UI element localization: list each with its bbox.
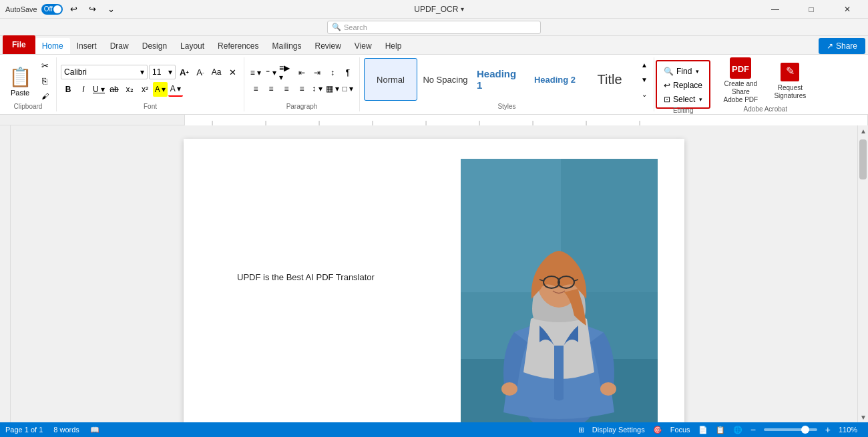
select-dropdown[interactable]: ▾ <box>699 96 702 103</box>
align-left-button[interactable]: ≡ <box>248 81 263 96</box>
search-box[interactable]: 🔍 Search <box>327 21 541 34</box>
font-grow-button[interactable]: A+ <box>177 65 192 79</box>
style-no-spacing-text: No Spacing <box>423 75 467 84</box>
find-dropdown[interactable]: ▾ <box>696 68 699 75</box>
change-case-button[interactable]: Aa <box>209 65 224 79</box>
increase-indent-button[interactable]: ⇥ <box>310 65 324 80</box>
multilevel-button[interactable]: ≡▶ ▾ <box>279 65 294 80</box>
line-spacing-button[interactable]: ↕ ▾ <box>310 81 324 96</box>
font-format-row: B I U ▾ ab x₂ x² A ▾ A ▾ <box>61 82 183 97</box>
numbering-button[interactable]: ⁼ ▾ <box>264 65 278 80</box>
minimize-button[interactable]: — <box>760 0 791 19</box>
print-layout-icon[interactable]: 📋 <box>716 426 725 434</box>
subscript-button[interactable]: x₂ <box>122 82 137 97</box>
share-label: Share <box>836 41 857 51</box>
create-share-label: Create and ShareAdobe PDF <box>721 80 760 104</box>
align-right-button[interactable]: ≡ <box>279 81 294 96</box>
request-signatures-label: RequestSignatures <box>774 84 806 100</box>
style-no-spacing[interactable]: No Spacing <box>419 58 472 101</box>
maximize-button[interactable]: □ <box>796 0 827 19</box>
tab-help[interactable]: Help <box>379 38 409 54</box>
quick-access-more[interactable]: ⌄ <box>104 2 119 17</box>
read-mode-icon[interactable]: 📄 <box>698 426 708 434</box>
font-shrink-button[interactable]: A- <box>193 65 208 79</box>
tab-file[interactable]: File <box>3 35 35 54</box>
focus-label[interactable]: Focus <box>670 426 690 434</box>
scroll-thumb[interactable] <box>859 139 867 179</box>
tab-insert[interactable]: Insert <box>70 38 103 54</box>
find-button[interactable]: 🔍 Find ▾ <box>661 65 705 77</box>
underline-button[interactable]: U ▾ <box>91 82 106 97</box>
justify-button[interactable]: ≡ <box>294 81 309 96</box>
style-title-text: Title <box>597 72 622 87</box>
display-settings-label[interactable]: Display Settings <box>592 426 645 434</box>
bullets-button[interactable]: ≡ ▾ <box>248 65 263 80</box>
undo-button[interactable]: ↩ <box>67 2 81 17</box>
editing-buttons: 🔍 Find ▾ ↩ Replace ⊡ Select ▾ <box>658 63 708 105</box>
select-button[interactable]: ⊡ Select ▾ <box>661 93 705 105</box>
highlight-button[interactable]: A ▾ <box>153 82 168 97</box>
scroll-up-arrow[interactable]: ▲ <box>858 125 868 136</box>
font-size-selector[interactable]: 11 ▾ <box>149 65 176 79</box>
zoom-slider[interactable] <box>764 428 817 431</box>
autosave-toggle[interactable]: Off <box>41 4 63 15</box>
font-color-button[interactable]: A ▾ <box>168 82 183 97</box>
search-bar: 🔍 Search <box>0 19 868 36</box>
style-no-spacing-preview: No Spacing <box>422 66 469 93</box>
bold-button[interactable]: B <box>61 82 75 97</box>
scroll-track[interactable] <box>858 136 868 412</box>
format-painter-button[interactable]: 🖌 <box>37 89 52 103</box>
tab-home[interactable]: Home <box>35 38 70 54</box>
superscript-button[interactable]: x² <box>138 82 152 97</box>
read-icon[interactable]: 📖 <box>90 426 99 434</box>
tab-references[interactable]: References <box>211 38 265 54</box>
request-signatures-button[interactable]: ✎ RequestSignatures <box>767 59 813 103</box>
style-title[interactable]: Title <box>583 58 636 101</box>
cut-button[interactable]: ✂ <box>37 58 52 73</box>
create-share-pdf-button[interactable]: PDF Create and ShareAdobe PDF <box>717 55 764 107</box>
list-buttons-row: ≡ ▾ ⁼ ▾ ≡▶ ▾ ⇤ ⇥ ↕ ¶ <box>248 65 355 80</box>
redo-button[interactable]: ↪ <box>85 2 100 17</box>
center-button[interactable]: ≡ <box>264 81 278 96</box>
web-layout-icon[interactable]: 🌐 <box>733 426 742 434</box>
clear-formatting-button[interactable]: ✕ <box>225 65 240 79</box>
doc-title-text: UPDF_OCR <box>414 5 458 14</box>
doc-title-dropdown[interactable]: ▾ <box>461 5 464 13</box>
paste-button[interactable]: 📋 Paste <box>4 63 36 98</box>
strikethrough-button[interactable]: ab <box>107 82 122 97</box>
tab-draw[interactable]: Draw <box>103 38 136 54</box>
tab-design[interactable]: Design <box>136 38 174 54</box>
zoom-plus[interactable]: + <box>825 424 831 435</box>
tab-view[interactable]: View <box>348 38 379 54</box>
italic-button[interactable]: I <box>76 82 91 97</box>
zoom-level[interactable]: 110% <box>839 426 863 434</box>
style-heading2-preview: Heading 2 <box>531 66 578 93</box>
decrease-indent-button[interactable]: ⇤ <box>294 65 309 80</box>
title-bar: AutoSave Off ↩ ↪ ⌄ UPDF_OCR ▾ — □ ✕ <box>0 0 868 19</box>
show-formatting-button[interactable]: ¶ <box>341 65 355 80</box>
shading-button[interactable]: ▦ ▾ <box>325 81 340 96</box>
scroll-down-arrow[interactable]: ▼ <box>858 412 868 422</box>
sort-button[interactable]: ↕ <box>325 65 340 80</box>
zoom-minus[interactable]: − <box>750 424 756 435</box>
paragraph-group: ≡ ▾ ⁼ ▾ ≡▶ ▾ ⇤ ⇥ ↕ ¶ ≡ ≡ ≡ ≡ ↕ ▾ ▦ ▾ □ ▾… <box>244 57 360 111</box>
style-heading2[interactable]: Heading 2 <box>528 58 582 101</box>
tab-review[interactable]: Review <box>308 38 348 54</box>
find-label: Find <box>676 67 692 76</box>
share-button[interactable]: ↗ Share <box>819 38 865 54</box>
request-sig-svg: ✎ <box>781 63 799 81</box>
styles-scroll-up[interactable]: ▲ <box>639 58 650 71</box>
styles-expand[interactable]: ⌄ <box>639 87 650 101</box>
close-button[interactable]: ✕ <box>832 0 863 19</box>
copy-button[interactable]: ⎘ <box>37 73 52 88</box>
borders-button[interactable]: □ ▾ <box>341 81 355 96</box>
style-heading1[interactable]: Heading 1 <box>473 58 527 101</box>
font-family-selector[interactable]: Calibri ▾ <box>61 65 148 79</box>
search-icon: 🔍 <box>332 23 341 31</box>
tab-mailings[interactable]: Mailings <box>265 38 308 54</box>
styles-scroll-down[interactable]: ▼ <box>639 73 650 86</box>
tab-layout[interactable]: Layout <box>174 38 211 54</box>
replace-button[interactable]: ↩ Replace <box>661 79 705 91</box>
style-normal[interactable]: Normal <box>364 58 417 101</box>
document-scroll-area[interactable]: UPDF is the Best AI PDF Translator <box>11 125 857 422</box>
